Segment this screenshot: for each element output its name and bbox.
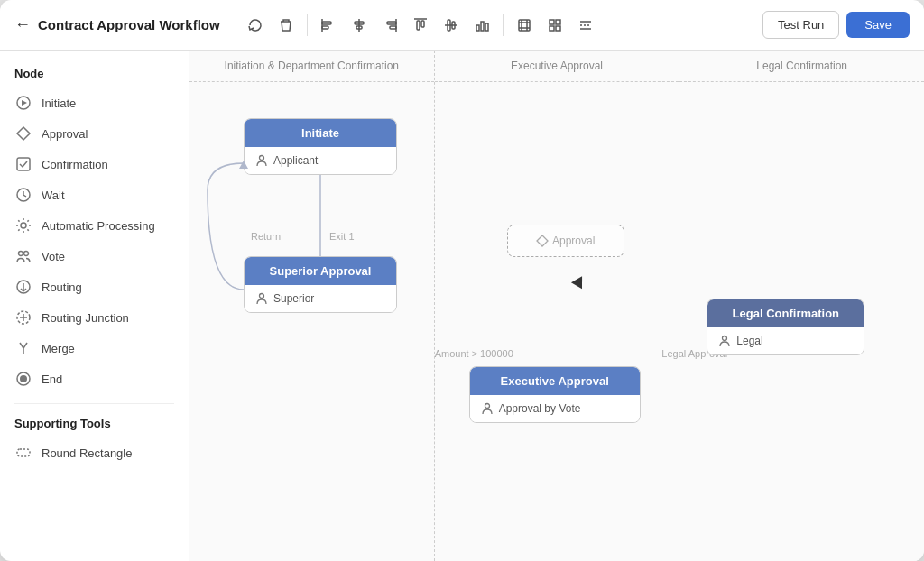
back-button[interactable]: ← (14, 15, 31, 34)
legal-confirmation-node-header: Legal Confirmation (707, 299, 864, 327)
legal-confirmation-node[interactable]: Legal Confirmation Legal (707, 299, 864, 355)
align-left-icon[interactable] (315, 12, 342, 39)
round-rectangle-icon (14, 444, 32, 462)
svg-rect-50 (17, 449, 30, 456)
svg-rect-15 (476, 25, 479, 31)
svg-line-46 (23, 343, 27, 348)
svg-rect-26 (556, 26, 560, 31)
svg-marker-55 (537, 235, 548, 246)
legal-confirmation-node-body: Legal (707, 327, 864, 354)
svg-rect-24 (556, 20, 560, 24)
workflow-canvas[interactable]: Initiation & Department Confirmation Ini… (189, 51, 924, 561)
col-header-legal: Legal Confirmation (679, 51, 924, 82)
workflow-title: Contract Approval Workflow (38, 17, 220, 32)
align-middle-icon[interactable] (438, 12, 465, 39)
initiate-icon (14, 94, 32, 112)
col-header-initiation: Initiation & Department Confirmation (189, 51, 434, 82)
approval-ghost-node: Approval (507, 225, 624, 257)
applicant-user-icon (255, 154, 268, 167)
svg-rect-7 (390, 26, 396, 29)
align-center-h-icon[interactable] (346, 12, 373, 39)
sidebar-item-automatic-processing[interactable]: Automatic Processing (0, 210, 189, 241)
toolbar (242, 12, 599, 39)
save-button[interactable]: Save (846, 12, 910, 38)
wait-icon (14, 186, 32, 204)
toolbar-divider-1 (307, 14, 308, 36)
executive-approval-node-body: Approval by Vote (470, 395, 640, 422)
col-body-legal: Legal Approval Legal Confirmation (679, 82, 924, 558)
initiate-node-body: Applicant (245, 147, 396, 174)
sidebar-item-confirmation[interactable]: Confirmation (0, 149, 189, 179)
main-area: Node Initiate Approval (0, 51, 924, 561)
tools-section-title: Supporting Tools (0, 413, 189, 437)
svg-point-57 (723, 336, 727, 341)
svg-rect-33 (17, 158, 30, 170)
toolbar-divider-2 (503, 14, 504, 36)
svg-rect-6 (387, 22, 396, 24)
connections-icon[interactable] (572, 12, 599, 39)
node-section-title: Node (0, 63, 189, 87)
sidebar-item-initiate[interactable]: Initiate (0, 87, 189, 118)
sidebar-item-routing[interactable]: Routing (0, 271, 189, 302)
svg-point-51 (260, 156, 264, 161)
exec-user-icon (481, 402, 494, 415)
col-body-executive: Approval Amount > 100000 Executive Appro… (435, 82, 679, 558)
superior-approval-node-header: Superior Approval (245, 257, 396, 285)
svg-rect-17 (485, 23, 488, 31)
canvas-col-executive: Executive Approval Approval (435, 51, 680, 561)
svg-rect-16 (481, 22, 484, 31)
routing-junction-icon (14, 308, 32, 326)
header-actions: Test Run Save (762, 11, 910, 39)
svg-marker-32 (17, 127, 30, 140)
sidebar-divider (14, 403, 174, 404)
bar-chart-icon[interactable] (468, 12, 495, 39)
executive-approval-node[interactable]: Executive Approval Approval by Vote (469, 366, 641, 423)
refresh-icon[interactable] (242, 12, 269, 39)
sidebar-item-approval[interactable]: Approval (0, 118, 189, 149)
executive-approval-node-header: Executive Approval (470, 367, 640, 395)
initiate-node[interactable]: Initiate Applicant (244, 118, 397, 175)
svg-point-35 (21, 223, 26, 228)
col-body-initiation: Initiate Applicant (189, 82, 434, 558)
svg-point-49 (20, 375, 27, 382)
cursor-icon (571, 276, 587, 291)
automatic-processing-icon (14, 216, 32, 235)
align-top-icon[interactable] (407, 12, 434, 39)
approval-icon (14, 124, 32, 143)
routing-icon (14, 278, 32, 296)
svg-rect-25 (550, 26, 554, 31)
superior-approval-node-body: Superior (245, 285, 396, 312)
grid-icon[interactable] (541, 12, 568, 39)
svg-rect-23 (550, 20, 554, 24)
canvas-col-initiation: Initiation & Department Confirmation Ini… (189, 51, 435, 561)
svg-rect-18 (519, 20, 530, 31)
align-right-icon[interactable] (376, 12, 403, 39)
legal-user-icon (718, 335, 731, 347)
delete-icon[interactable] (273, 12, 300, 39)
svg-point-56 (485, 404, 489, 409)
svg-rect-0 (322, 22, 331, 24)
header-left: ← Contract Approval Workflow (14, 12, 752, 39)
svg-rect-9 (417, 21, 420, 30)
app-window: ← Contract Approval Workflow (0, 0, 924, 561)
sidebar-item-routing-junction[interactable]: Routing Junction (0, 302, 189, 333)
sidebar-item-end[interactable]: End (0, 363, 189, 394)
svg-rect-10 (421, 21, 424, 27)
sidebar-item-merge[interactable]: Merge (0, 333, 189, 363)
svg-line-45 (20, 343, 23, 348)
frame-icon[interactable] (511, 12, 538, 39)
svg-marker-31 (22, 100, 27, 106)
test-run-button[interactable]: Test Run (762, 11, 839, 39)
sidebar-item-vote[interactable]: Vote (0, 241, 189, 271)
return-label: Return (251, 231, 281, 242)
confirmation-icon (14, 155, 32, 173)
canvas-columns: Initiation & Department Confirmation Ini… (189, 51, 924, 561)
sidebar-item-wait[interactable]: Wait (0, 179, 189, 210)
sidebar-item-round-rectangle[interactable]: Round Rectangle (0, 437, 189, 468)
approval-ghost-icon (536, 235, 549, 247)
superior-approval-node[interactable]: Superior Approval Superior (244, 256, 397, 313)
col-header-executive: Executive Approval (435, 51, 679, 82)
svg-rect-1 (322, 26, 328, 29)
sidebar: Node Initiate Approval (0, 51, 189, 561)
merge-icon (14, 339, 32, 357)
